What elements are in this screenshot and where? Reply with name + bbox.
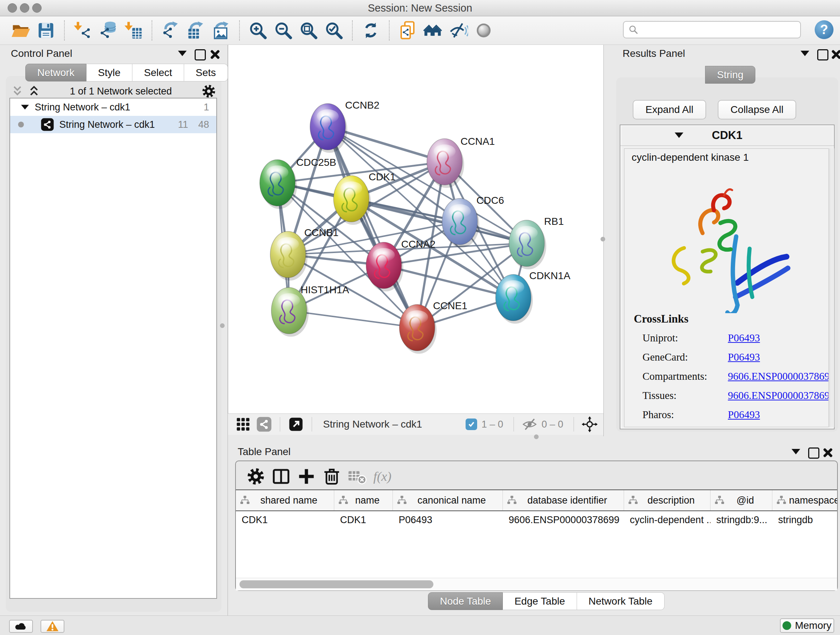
table-hscrollbar-thumb[interactable] bbox=[240, 580, 433, 588]
expand-all-button[interactable]: Expand All bbox=[633, 100, 706, 119]
left-splitter-handle[interactable] bbox=[220, 323, 225, 328]
tab-sets[interactable]: Sets bbox=[184, 64, 228, 81]
tab-string[interactable]: String bbox=[705, 66, 755, 84]
network-node[interactable]: CDC25B bbox=[260, 157, 336, 209]
network-row[interactable]: String Network – cdk1 11 48 bbox=[10, 116, 216, 133]
create-column-icon[interactable] bbox=[295, 466, 317, 487]
collection-expand-icon[interactable] bbox=[20, 104, 30, 111]
network-canvas[interactable]: CCNB2CCNA1CDC25BCDK1CDC6RB1CCNB1CCNA2CDK… bbox=[228, 45, 603, 413]
crosslink-value-link[interactable]: 9606.ENSP00000378699 bbox=[728, 371, 829, 382]
network-collection-row[interactable]: String Network – cdk1 1 bbox=[10, 98, 216, 116]
node-card-header[interactable]: CDK1 bbox=[621, 125, 834, 146]
zoom-out-icon[interactable] bbox=[272, 19, 294, 41]
delete-table-icon[interactable] bbox=[346, 466, 368, 487]
table-panel-menu-icon[interactable] bbox=[791, 449, 800, 454]
column-header-database-identifier[interactable]: database identifier bbox=[503, 490, 624, 510]
network-edge[interactable] bbox=[328, 127, 417, 328]
birds-eye-view-icon[interactable] bbox=[256, 416, 273, 433]
control-panel-close-icon[interactable] bbox=[210, 49, 220, 59]
string-query-icon[interactable] bbox=[422, 19, 444, 41]
selected-checkbox-icon[interactable] bbox=[466, 418, 477, 430]
tab-node-table[interactable]: Node Table bbox=[428, 592, 503, 610]
crosslink-value-link[interactable]: P06493 bbox=[728, 332, 760, 344]
table-cell[interactable]: cyclin-dependent ... bbox=[624, 511, 711, 529]
table-cell[interactable]: CDK1 bbox=[236, 511, 334, 529]
fit-content-crosshair-icon[interactable] bbox=[581, 416, 598, 433]
toggle-labels-icon[interactable] bbox=[447, 19, 469, 41]
network-node[interactable]: CCNA1 bbox=[427, 136, 495, 188]
network-node[interactable]: HIST1H1A bbox=[271, 284, 349, 337]
warning-icon[interactable] bbox=[41, 620, 65, 633]
external-link-icon[interactable] bbox=[287, 416, 305, 433]
copy-network-icon[interactable] bbox=[397, 19, 418, 41]
open-session-icon[interactable] bbox=[10, 19, 32, 41]
network-node[interactable]: CCNB1 bbox=[270, 227, 339, 280]
network-options-gear-icon[interactable] bbox=[201, 84, 216, 99]
toggle-glass-icon[interactable] bbox=[473, 19, 494, 41]
collapse-all-button[interactable]: Collapse All bbox=[718, 100, 796, 119]
toolbar-icon-strip bbox=[8, 19, 496, 41]
zoom-fit-icon[interactable] bbox=[298, 19, 319, 41]
crosslink-value-link[interactable]: P06493 bbox=[728, 409, 760, 421]
table-row[interactable]: CDK1CDK1P064939606.ENSP00000378699cyclin… bbox=[236, 511, 837, 529]
crosslink-value-link[interactable]: P06493 bbox=[728, 351, 760, 363]
export-table-icon[interactable] bbox=[185, 19, 207, 41]
tab-network[interactable]: Network bbox=[25, 64, 87, 81]
network-node[interactable]: RB1 bbox=[509, 216, 564, 269]
cloud-icon[interactable] bbox=[9, 620, 33, 633]
results-panel-close-icon[interactable] bbox=[831, 49, 840, 59]
tab-select[interactable]: Select bbox=[133, 64, 184, 81]
import-network-file-icon[interactable] bbox=[72, 19, 94, 41]
column-header-canonical-name[interactable]: canonical name bbox=[393, 490, 503, 510]
column-header-shared-name[interactable]: shared name bbox=[236, 490, 334, 510]
network-node[interactable]: CCNE1 bbox=[399, 300, 467, 354]
control-panel-menu-icon[interactable] bbox=[178, 51, 187, 56]
column-header-@id[interactable]: @id bbox=[711, 490, 772, 510]
expand-all-chevron-icon[interactable] bbox=[27, 84, 41, 98]
search-input[interactable] bbox=[642, 24, 800, 36]
tab-network-table[interactable]: Network Table bbox=[577, 592, 665, 610]
network-node-label: CCNB1 bbox=[304, 227, 339, 238]
equation-builder-icon[interactable]: f(x) bbox=[371, 466, 393, 487]
network-node[interactable]: CCNB2 bbox=[310, 100, 379, 153]
network-node[interactable]: CDK1 bbox=[333, 171, 396, 225]
tab-edge-table[interactable]: Edge Table bbox=[503, 592, 577, 610]
table-panel-float-icon[interactable] bbox=[808, 448, 819, 459]
table-cell[interactable]: stringdb:9... bbox=[711, 511, 772, 529]
apply-layout-icon[interactable] bbox=[360, 19, 382, 41]
column-header-description[interactable]: description bbox=[624, 490, 711, 510]
zoom-in-icon[interactable] bbox=[247, 19, 269, 41]
results-panel-float-icon[interactable] bbox=[817, 49, 829, 60]
network-node[interactable]: CDC6 bbox=[442, 195, 504, 248]
crosslink-row: Tissues:9606.ENSP00000378699 bbox=[643, 386, 823, 405]
import-table-file-icon[interactable] bbox=[123, 19, 144, 41]
column-header-name[interactable]: name bbox=[334, 490, 393, 510]
grid-view-icon[interactable] bbox=[234, 416, 252, 433]
table-cell[interactable]: CDK1 bbox=[334, 511, 393, 529]
save-session-icon[interactable] bbox=[35, 19, 57, 41]
results-panel-menu-icon[interactable] bbox=[801, 51, 809, 56]
results-vertical-scrollbar[interactable] bbox=[829, 149, 834, 427]
export-image-icon[interactable] bbox=[210, 19, 232, 41]
table-panel-close-icon[interactable] bbox=[823, 448, 833, 458]
column-settings-icon[interactable] bbox=[245, 466, 267, 487]
right-splitter-handle[interactable] bbox=[600, 237, 605, 241]
export-network-icon[interactable] bbox=[159, 19, 181, 41]
collapse-all-chevron-icon[interactable] bbox=[11, 84, 24, 98]
table-cell[interactable]: 9606.ENSP00000378699 bbox=[503, 511, 624, 529]
crosslink-value-link[interactable]: 9606.ENSP00000378699 bbox=[728, 390, 829, 402]
tab-style[interactable]: Style bbox=[87, 64, 133, 81]
zoom-selected-icon[interactable] bbox=[323, 19, 345, 41]
table-cell[interactable]: P06493 bbox=[393, 511, 503, 529]
help-button[interactable]: ? bbox=[815, 20, 834, 39]
network-node[interactable]: CDKN1A bbox=[496, 270, 570, 324]
memory-button[interactable]: Memory bbox=[780, 618, 834, 633]
control-panel-float-icon[interactable] bbox=[195, 49, 206, 60]
column-header-namespace[interactable]: namespace bbox=[772, 490, 837, 510]
bottom-splitter-handle[interactable] bbox=[534, 434, 538, 439]
table-cell[interactable]: stringdb bbox=[772, 511, 837, 529]
import-network-database-icon[interactable] bbox=[97, 19, 119, 41]
show-columns-icon[interactable] bbox=[270, 466, 292, 487]
delete-column-icon[interactable] bbox=[321, 466, 343, 487]
network-graph[interactable]: CCNB2CCNA1CDC25BCDK1CDC6RB1CCNB1CCNA2CDK… bbox=[228, 45, 604, 413]
